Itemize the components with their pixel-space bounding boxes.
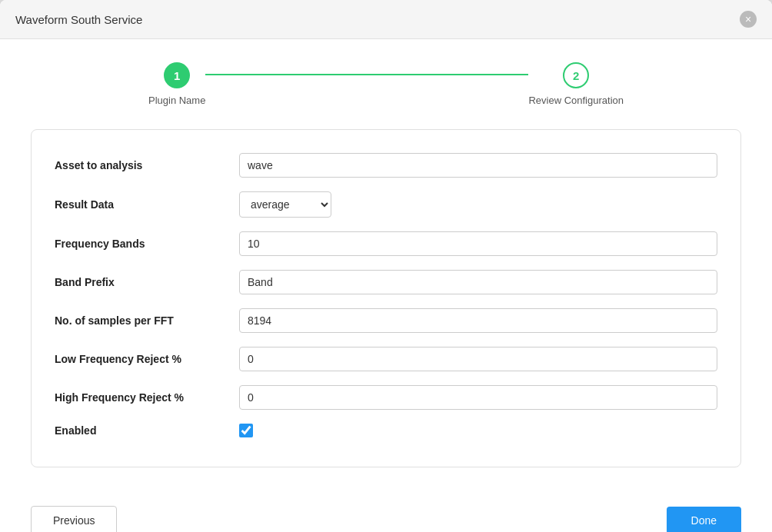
enabled-checkbox[interactable] xyxy=(239,424,253,437)
form-row-low-freq-reject: Low Frequency Reject % xyxy=(55,347,717,371)
modal-title: Waveform South Service xyxy=(15,13,142,26)
step-2-circle: 2 xyxy=(563,62,589,88)
step-connector xyxy=(205,74,528,75)
step-1-circle: 1 xyxy=(164,62,190,88)
label-enabled: Enabled xyxy=(55,424,224,437)
label-frequency-bands: Frequency Bands xyxy=(55,238,224,250)
high-freq-reject-input[interactable] xyxy=(239,385,717,410)
frequency-bands-input[interactable] xyxy=(239,231,717,256)
modal-body: 1 Plugin Name 2 Review Configuration Ass… xyxy=(0,39,772,498)
step-1: 1 Plugin Name xyxy=(148,62,205,106)
form-row-high-freq-reject: High Frequency Reject % xyxy=(55,385,717,410)
step-2-label: Review Configuration xyxy=(528,95,624,106)
form-row-enabled: Enabled xyxy=(55,424,717,437)
form-row-band-prefix: Band Prefix xyxy=(55,270,717,294)
modal-footer: Previous Done xyxy=(0,498,772,532)
samples-per-fft-input[interactable] xyxy=(239,308,717,333)
label-samples-per-fft: No. of samples per FFT xyxy=(55,314,224,327)
label-high-freq-reject: High Frequency Reject % xyxy=(55,391,224,404)
form-row-samples-per-fft: No. of samples per FFT xyxy=(55,308,717,333)
step-1-label: Plugin Name xyxy=(148,95,205,106)
previous-button[interactable]: Previous xyxy=(31,506,117,532)
form-card: Asset to analysis Result Data average mi… xyxy=(31,129,741,467)
result-data-select[interactable]: average min max rms xyxy=(239,191,331,218)
modal-dialog: Waveform South Service × 1 Plugin Name 2… xyxy=(0,0,772,532)
low-freq-reject-input[interactable] xyxy=(239,347,717,371)
form-row-result-data: Result Data average min max rms xyxy=(55,191,717,218)
step-2: 2 Review Configuration xyxy=(528,62,624,106)
band-prefix-input[interactable] xyxy=(239,270,717,294)
done-button[interactable]: Done xyxy=(667,507,741,532)
label-band-prefix: Band Prefix xyxy=(55,276,224,288)
label-result-data: Result Data xyxy=(55,198,224,211)
modal-header: Waveform South Service × xyxy=(0,0,772,39)
label-asset-to-analysis: Asset to analysis xyxy=(55,159,224,171)
form-row-frequency-bands: Frequency Bands xyxy=(55,231,717,256)
close-button[interactable]: × xyxy=(740,11,757,28)
stepper: 1 Plugin Name 2 Review Configuration xyxy=(31,62,741,106)
form-row-asset: Asset to analysis xyxy=(55,153,717,178)
label-low-freq-reject: Low Frequency Reject % xyxy=(55,353,224,365)
asset-to-analysis-input[interactable] xyxy=(239,153,717,178)
